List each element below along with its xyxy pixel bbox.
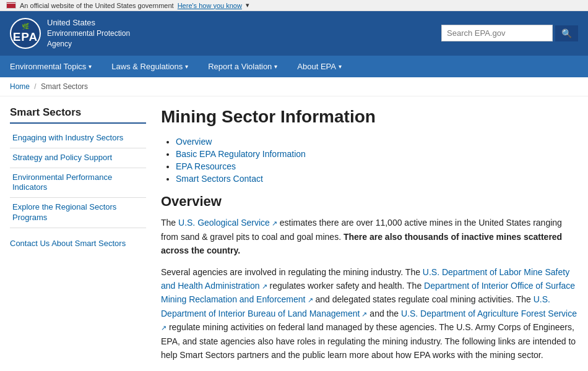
breadcrumb-separator: / [34, 82, 36, 91]
agency-name: United States Environmental Protection A… [47, 17, 130, 49]
site-header: 🌿 EPA United States Environmental Protec… [0, 11, 588, 56]
sidebar-item-engaging[interactable]: Engaging with Industry Sectors [10, 129, 146, 148]
toc-link-regulatory[interactable]: Basic EPA Regulatory Information [176, 149, 306, 159]
main-content: Smart Sectors Engaging with Industry Sec… [0, 96, 588, 371]
list-item: EPA Resources [176, 161, 578, 171]
nav-item-environmental-topics[interactable]: Environmental Topics ▾ [0, 56, 102, 77]
sidebar-nav: Engaging with Industry Sectors Strategy … [10, 129, 146, 228]
sidebar-contact-link[interactable]: Contact Us About Smart Sectors [10, 239, 126, 248]
breadcrumb-home[interactable]: Home [10, 82, 30, 91]
breadcrumb-current: Smart Sectors [41, 82, 88, 91]
list-item: Smart Sectors Contact [176, 174, 578, 184]
sidebar-nav-item: Strategy and Policy Support [10, 148, 146, 168]
agency-line3: Agency [47, 39, 130, 49]
breadcrumb: Home / Smart Sectors [0, 77, 588, 96]
sidebar-title: Smart Sectors [10, 106, 146, 124]
search-input[interactable] [441, 25, 553, 41]
sidebar-nav-item: Environmental Performance Indicators [10, 168, 146, 198]
overview-paragraph-1: The U.S. Geological Service estimates th… [161, 216, 578, 257]
sidebar-item-strategy[interactable]: Strategy and Policy Support [10, 148, 146, 168]
sidebar-contact: Contact Us About Smart Sectors [10, 238, 146, 248]
toc-list: Overview Basic EPA Regulatory Informatio… [176, 137, 578, 184]
gov-banner-link[interactable]: Here's how you know [178, 2, 242, 9]
agency-line2: Environmental Protection [47, 28, 130, 39]
sidebar-nav-item: Explore the Regional Sectors Programs [10, 198, 146, 228]
chevron-down-icon: ▾ [274, 63, 277, 70]
epa-logo: 🌿 EPA [10, 18, 41, 49]
sidebar-item-regional[interactable]: Explore the Regional Sectors Programs [10, 198, 146, 228]
search-button[interactable]: 🔍 [555, 25, 578, 41]
nav-item-about-epa[interactable]: About EPA ▾ [287, 56, 352, 77]
nav-item-laws-regulations[interactable]: Laws & Regulations ▾ [102, 56, 198, 77]
sidebar-item-environmental[interactable]: Environmental Performance Indicators [10, 168, 146, 198]
sidebar: Smart Sectors Engaging with Industry Sec… [10, 106, 146, 371]
toc-link-overview[interactable]: Overview [176, 137, 212, 147]
list-item: Overview [176, 137, 578, 147]
gov-banner: An official website of the United States… [0, 0, 588, 11]
list-item: Basic EPA Regulatory Information [176, 149, 578, 159]
nav-item-report-violation[interactable]: Report a Violation ▾ [198, 56, 287, 77]
overview-section-title: Overview [161, 194, 578, 210]
agency-line1: United States [47, 17, 130, 28]
nav-label: Report a Violation [208, 62, 272, 71]
nav-label: Laws & Regulations [111, 62, 183, 71]
gov-banner-text: An official website of the United States… [20, 2, 174, 9]
nav-label: About EPA [297, 62, 336, 71]
usgs-link[interactable]: U.S. Geological Service [178, 218, 277, 228]
us-flag-icon [6, 2, 16, 9]
main-nav: Environmental Topics ▾ Laws & Regulation… [0, 56, 588, 77]
chevron-down-icon: ▾ [339, 63, 342, 70]
nav-label: Environmental Topics [10, 62, 86, 71]
toc-link-resources[interactable]: EPA Resources [176, 161, 236, 171]
overview-paragraph-2: Several agencies are involved in regulat… [161, 265, 578, 362]
epa-logo-text: EPA [13, 30, 38, 44]
chevron-down-icon: ▾ [89, 63, 92, 70]
page-title: Mining Sector Information [161, 106, 578, 127]
toc-link-contact[interactable]: Smart Sectors Contact [176, 174, 263, 184]
logo-area: 🌿 EPA United States Environmental Protec… [10, 17, 130, 49]
search-area: 🔍 [441, 25, 578, 41]
sidebar-nav-item: Engaging with Industry Sectors [10, 129, 146, 148]
page-content: Mining Sector Information Overview Basic… [161, 106, 578, 371]
epa-leaf-icon: 🌿 [22, 23, 29, 30]
gov-banner-arrow: ▾ [246, 1, 249, 9]
chevron-down-icon: ▾ [185, 63, 188, 70]
